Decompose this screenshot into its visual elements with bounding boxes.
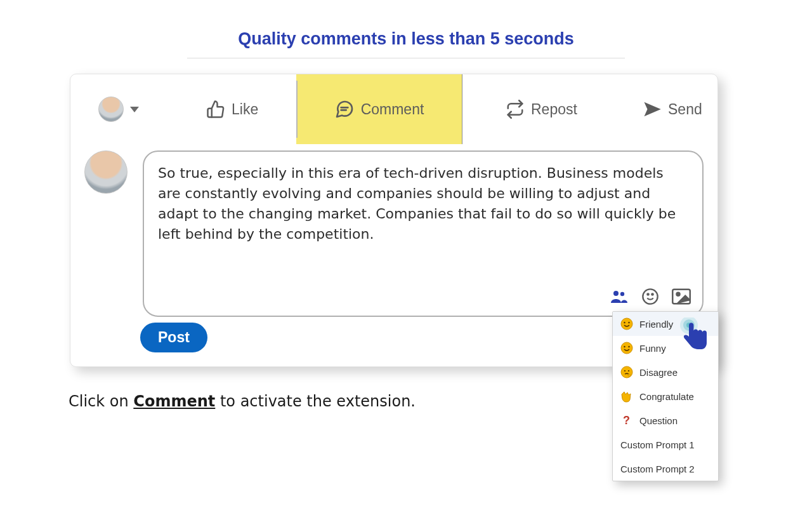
like-label: Like bbox=[232, 101, 258, 118]
svg-point-17 bbox=[628, 370, 629, 371]
send-icon bbox=[643, 100, 662, 119]
svg-point-9 bbox=[621, 318, 632, 330]
image-icon[interactable] bbox=[672, 288, 691, 307]
svg-point-16 bbox=[624, 370, 625, 371]
headline-underline bbox=[187, 58, 625, 58]
svg-point-5 bbox=[647, 293, 648, 295]
dropdown-item-label: Question bbox=[639, 415, 678, 426]
repost-button[interactable]: Repost bbox=[487, 74, 596, 144]
avatar-dropdown-caret[interactable] bbox=[130, 107, 139, 112]
question-emoji-icon: ? bbox=[620, 414, 633, 427]
instruction-emphasis: Comment bbox=[133, 392, 215, 410]
avatar-small[interactable] bbox=[98, 97, 124, 122]
svg-point-2 bbox=[613, 291, 619, 296]
dropdown-item-label: Friendly bbox=[639, 319, 673, 330]
svg-point-10 bbox=[624, 322, 625, 323]
svg-point-12 bbox=[621, 342, 632, 354]
dropdown-item-label: Congratulate bbox=[639, 391, 694, 402]
like-button[interactable]: Like bbox=[187, 74, 277, 144]
dropdown-item-congratulate[interactable]: Congratulate bbox=[613, 384, 718, 408]
svg-point-14 bbox=[628, 346, 629, 347]
dropdown-item-label: Custom Prompt 1 bbox=[620, 439, 695, 450]
svg-point-11 bbox=[628, 322, 629, 323]
instruction-suffix: to activate the extension. bbox=[215, 392, 416, 410]
svg-point-8 bbox=[677, 293, 680, 296]
dropdown-item-custom-prompt-2[interactable]: Custom Prompt 2 bbox=[613, 457, 718, 481]
svg-point-6 bbox=[652, 293, 653, 295]
prompt-dropdown: FriendlyFunnyDisagreeCongratulate?Questi… bbox=[612, 311, 719, 481]
comment-icon bbox=[334, 99, 355, 119]
comment-label: Comment bbox=[361, 101, 424, 118]
dropdown-item-question[interactable]: ?Question bbox=[613, 408, 718, 432]
grin-emoji-icon bbox=[620, 342, 633, 354]
dropdown-item-custom-prompt-1[interactable]: Custom Prompt 1 bbox=[613, 432, 718, 457]
dropdown-item-label: Disagree bbox=[639, 367, 678, 378]
comment-row: So true, especially in this era of tech-… bbox=[84, 150, 704, 317]
comment-textarea[interactable]: So true, especially in this era of tech-… bbox=[143, 150, 704, 317]
repost-label: Repost bbox=[531, 101, 577, 118]
send-label: Send bbox=[668, 101, 702, 118]
send-button[interactable]: Send bbox=[624, 74, 721, 144]
repost-icon bbox=[506, 100, 525, 119]
tag-people-icon[interactable] bbox=[610, 289, 629, 307]
emoji-icon[interactable] bbox=[641, 288, 659, 308]
dropdown-item-disagree[interactable]: Disagree bbox=[613, 360, 718, 384]
actions-row: Like Comment Repost bbox=[70, 74, 717, 144]
dropdown-item-friendly[interactable]: Friendly bbox=[613, 312, 718, 336]
instruction-text: Click on Comment to activate the extensi… bbox=[69, 392, 416, 410]
dropdown-item-label: Funny bbox=[639, 343, 666, 354]
svg-point-13 bbox=[624, 346, 625, 347]
svg-point-18 bbox=[628, 374, 631, 377]
comment-text: So true, especially in this era of tech-… bbox=[158, 163, 688, 244]
svg-point-4 bbox=[643, 289, 657, 304]
headline: Quality comments in less than 5 seconds bbox=[0, 0, 812, 49]
post-button[interactable]: Post bbox=[140, 323, 207, 352]
thumbs-up-icon bbox=[206, 100, 225, 119]
comment-button[interactable]: Comment bbox=[296, 74, 462, 144]
svg-point-3 bbox=[620, 292, 624, 296]
dropdown-item-funny[interactable]: Funny bbox=[613, 336, 718, 360]
comment-toolbar bbox=[610, 288, 691, 308]
smile-emoji-icon bbox=[620, 318, 633, 330]
svg-text:?: ? bbox=[623, 414, 630, 427]
instruction-prefix: Click on bbox=[69, 392, 133, 410]
clap-emoji-icon bbox=[620, 390, 633, 403]
avatar-large bbox=[84, 150, 128, 194]
dropdown-item-label: Custom Prompt 2 bbox=[620, 464, 695, 474]
think-emoji-icon bbox=[620, 366, 633, 378]
svg-point-15 bbox=[621, 366, 632, 378]
